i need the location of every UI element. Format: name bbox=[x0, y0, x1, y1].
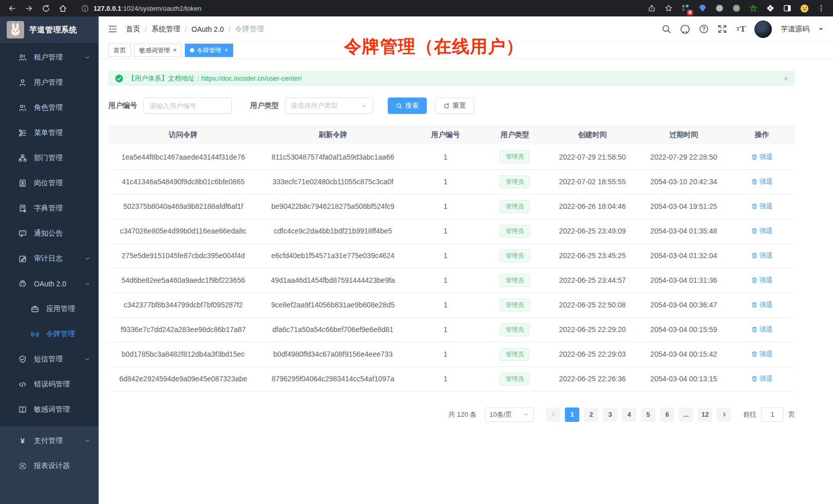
alert-link[interactable]: https://doc.iocoder.cn/user-center/ bbox=[201, 74, 302, 82]
sidebar-item[interactable]: 令牌管理 bbox=[0, 321, 99, 346]
sidebar-item[interactable]: 通知公告 bbox=[0, 221, 99, 246]
page-button[interactable]: 5 bbox=[641, 408, 655, 422]
page-button[interactable]: 6 bbox=[660, 408, 674, 422]
column-header: 用户编号 bbox=[408, 125, 483, 145]
sidebar-item-label: 岗位管理 bbox=[34, 179, 63, 188]
sidebar-item[interactable]: OAuth 2.0 bbox=[0, 271, 99, 296]
search-icon[interactable] bbox=[661, 24, 671, 34]
tab-active[interactable]: 令牌管理× bbox=[185, 44, 233, 57]
chevron-down-icon bbox=[84, 54, 90, 61]
cell-actions: 强退 bbox=[729, 194, 795, 219]
force-logout-button[interactable]: 强退 bbox=[751, 325, 773, 334]
sidebar-item[interactable]: ¥支付管理 bbox=[0, 428, 99, 453]
cell-user-type: 管理员 bbox=[483, 342, 546, 366]
font-size-icon[interactable]: TT bbox=[736, 25, 746, 33]
force-logout-button[interactable]: 强退 bbox=[751, 226, 773, 236]
reload-icon[interactable] bbox=[41, 4, 50, 13]
sidebar-item[interactable]: 用户管理 bbox=[0, 70, 99, 95]
breadcrumb-item[interactable]: 首页 bbox=[126, 25, 140, 34]
cell-created-time: 2022-07-29 21:58:50 bbox=[546, 145, 638, 169]
avatar[interactable] bbox=[754, 21, 772, 38]
help-icon[interactable] bbox=[699, 24, 709, 34]
search-button[interactable]: 搜索 bbox=[388, 98, 427, 114]
tab-close-icon[interactable]: × bbox=[224, 47, 228, 53]
sidebar-item[interactable]: 敏感词管理 bbox=[0, 397, 99, 422]
record-circle-icon[interactable] bbox=[732, 4, 741, 13]
page-button[interactable]: 4 bbox=[622, 408, 636, 422]
force-logout-button[interactable]: 强退 bbox=[751, 202, 773, 211]
breadcrumb-separator: / bbox=[229, 25, 231, 33]
page-size-select[interactable]: 10条/页 bbox=[485, 408, 534, 422]
page-button[interactable]: 1 bbox=[565, 408, 579, 422]
next-page-button[interactable] bbox=[717, 408, 731, 422]
sidebar-item[interactable]: 租户管理 bbox=[0, 45, 99, 70]
cell-created-time: 2022-06-25 22:29:20 bbox=[546, 317, 638, 342]
forward-icon[interactable] bbox=[24, 4, 33, 13]
user-name[interactable]: 芋道源码 bbox=[781, 25, 809, 34]
sidebar-item-label: 报表设计器 bbox=[34, 461, 70, 471]
sidebar-item-label: 审计日志 bbox=[34, 254, 63, 263]
force-logout-button[interactable]: 强退 bbox=[751, 152, 773, 162]
logo[interactable]: 芋道管理系统 bbox=[0, 16, 99, 43]
force-logout-button[interactable]: 强退 bbox=[751, 350, 773, 359]
sidebar-item-label: 支付管理 bbox=[34, 436, 63, 445]
command-circle-icon[interactable] bbox=[715, 4, 724, 13]
bookmark-star-icon[interactable] bbox=[664, 4, 673, 13]
sidebar-item-label: 敏感词管理 bbox=[34, 405, 70, 414]
address-bar[interactable]: 127.0.0.1:1024/system/oauth2/token bbox=[80, 4, 639, 13]
extensions-icon[interactable]: 9 bbox=[681, 4, 690, 13]
cell-user-type: 管理员 bbox=[483, 219, 546, 243]
force-logout-button[interactable]: 强退 bbox=[751, 276, 773, 285]
sidebar-collapse-icon[interactable] bbox=[108, 24, 118, 34]
force-logout-button[interactable]: 强退 bbox=[751, 300, 773, 309]
page-button[interactable]: 2 bbox=[584, 408, 598, 422]
breadcrumb-item[interactable]: 系统管理 bbox=[152, 25, 180, 34]
user-id-input[interactable] bbox=[143, 98, 232, 114]
sidebar-item[interactable]: 审计日志 bbox=[0, 246, 99, 271]
gem-icon[interactable] bbox=[698, 4, 707, 13]
green-star-icon[interactable] bbox=[749, 4, 758, 13]
side-panel-icon[interactable] bbox=[783, 4, 792, 13]
breadcrumb-item[interactable]: OAuth 2.0 bbox=[192, 25, 224, 33]
sidebar-item[interactable]: 岗位管理 bbox=[0, 170, 99, 196]
pinwheel-icon[interactable] bbox=[766, 4, 775, 13]
page-button[interactable]: 12 bbox=[698, 408, 712, 422]
user-type-select[interactable]: 请选择用户类型 bbox=[285, 98, 373, 114]
github-icon[interactable] bbox=[680, 24, 690, 34]
force-logout-button[interactable]: 强退 bbox=[751, 251, 773, 260]
sidebar-item[interactable]: 菜单管理 bbox=[0, 120, 99, 145]
reset-button[interactable]: 重置 bbox=[435, 98, 474, 114]
dict-icon bbox=[18, 204, 27, 212]
more-pages-button[interactable]: ... bbox=[679, 408, 693, 422]
kebab-menu-icon[interactable] bbox=[817, 4, 826, 13]
sidebar-item[interactable]: 报表设计器 bbox=[0, 453, 99, 478]
cell-actions: 强退 bbox=[729, 219, 795, 243]
chevron-down-icon[interactable] bbox=[818, 26, 824, 32]
sidebar-item[interactable]: 短信管理 bbox=[0, 346, 99, 372]
tab-close-icon[interactable]: × bbox=[173, 47, 177, 53]
prev-page-button[interactable] bbox=[546, 408, 560, 422]
sidebar-item[interactable]: 角色管理 bbox=[0, 95, 99, 120]
home-icon[interactable] bbox=[58, 4, 67, 13]
force-logout-label: 强退 bbox=[760, 226, 773, 236]
site-info-icon[interactable] bbox=[80, 4, 89, 13]
cell-actions: 强退 bbox=[729, 243, 795, 268]
reset-button-label: 重置 bbox=[452, 101, 466, 110]
sidebar-item[interactable]: 应用管理 bbox=[0, 296, 99, 321]
goto-page-input[interactable] bbox=[761, 408, 784, 422]
close-icon[interactable]: × bbox=[784, 74, 788, 83]
fullscreen-icon[interactable] bbox=[717, 24, 727, 34]
page-button[interactable]: 3 bbox=[603, 408, 617, 422]
emoji-avatar-icon[interactable] bbox=[800, 4, 809, 13]
sidebar-item[interactable]: 错误码管理 bbox=[0, 372, 99, 397]
sidebar: 芋道管理系统 租户管理用户管理角色管理菜单管理部门管理岗位管理字典管理通知公告审… bbox=[0, 16, 99, 504]
sidebar-item[interactable]: 字典管理 bbox=[0, 196, 99, 221]
force-logout-button[interactable]: 强退 bbox=[751, 374, 773, 383]
sidebar-item[interactable]: 部门管理 bbox=[0, 145, 99, 170]
force-logout-button[interactable]: 强退 bbox=[751, 177, 773, 186]
tab-item[interactable]: 敏感词管理× bbox=[134, 44, 182, 57]
cell-refresh-token: 333ecfc71e02480cb11055c875c3ca0f bbox=[258, 169, 407, 194]
back-icon[interactable] bbox=[7, 4, 16, 13]
tab-item[interactable]: 首页 bbox=[108, 44, 131, 57]
share-icon[interactable] bbox=[647, 4, 656, 13]
